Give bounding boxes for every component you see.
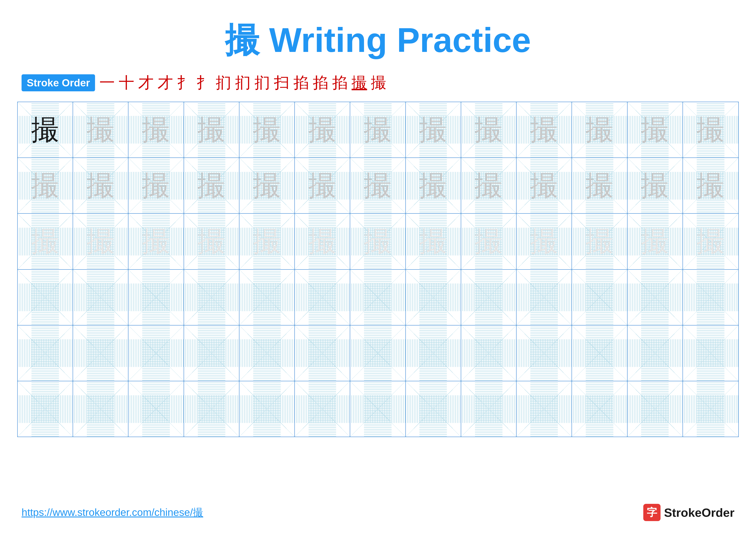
cell-5-11[interactable]: [572, 325, 627, 381]
cell-6-4[interactable]: [184, 381, 239, 437]
cell-6-10[interactable]: [517, 381, 572, 437]
cell-5-4[interactable]: [184, 325, 239, 381]
cell-4-10[interactable]: [517, 270, 572, 325]
stroke-1: 一: [99, 72, 115, 93]
grid-row-3: 撮 撮 撮 撮 撮 撮 撮 撮 撮 撮 撮 撮 撮: [18, 214, 738, 269]
cell-5-5[interactable]: [239, 325, 295, 381]
title-text: 撮 Writing Practice: [225, 21, 531, 59]
cell-1-5[interactable]: 撮: [239, 102, 295, 158]
stroke-sequence: 一 十 才 才 扌 扌 扪 扪 扪 扫 掐 掐 掐 撮 撮: [99, 72, 387, 93]
cell-4-2[interactable]: [73, 270, 128, 325]
cell-4-11[interactable]: [572, 270, 627, 325]
cell-2-7[interactable]: 撮: [350, 158, 406, 213]
cell-4-5[interactable]: [239, 270, 295, 325]
cell-4-3[interactable]: [128, 270, 184, 325]
cell-1-13[interactable]: 撮: [683, 102, 738, 158]
cell-4-9[interactable]: [461, 270, 517, 325]
cell-6-8[interactable]: [406, 381, 461, 437]
cell-3-10[interactable]: 撮: [517, 214, 572, 269]
cell-2-4[interactable]: 撮: [184, 158, 239, 213]
cell-5-12[interactable]: [628, 325, 683, 381]
cell-2-1[interactable]: 撮: [18, 158, 73, 213]
char-guide: 撮: [641, 167, 669, 205]
cell-1-4[interactable]: 撮: [184, 102, 239, 158]
char-guide: 撮: [309, 222, 337, 261]
char-guide: 撮: [253, 167, 281, 205]
cell-5-8[interactable]: [406, 325, 461, 381]
cell-4-8[interactable]: [406, 270, 461, 325]
cell-2-5[interactable]: 撮: [239, 158, 295, 213]
cell-3-13[interactable]: 撮: [683, 214, 738, 269]
cell-3-4[interactable]: 撮: [184, 214, 239, 269]
cell-1-8[interactable]: 撮: [406, 102, 461, 158]
cell-4-13[interactable]: [683, 270, 738, 325]
cell-2-3[interactable]: 撮: [128, 158, 184, 213]
footer-url[interactable]: https://www.strokeorder.com/chinese/撮: [21, 506, 203, 519]
cell-3-6[interactable]: 撮: [295, 214, 350, 269]
cell-5-3[interactable]: [128, 325, 184, 381]
cell-1-6[interactable]: 撮: [295, 102, 350, 158]
cell-2-13[interactable]: 撮: [683, 158, 738, 213]
cell-6-13[interactable]: [683, 381, 738, 437]
cell-3-2[interactable]: 撮: [73, 214, 128, 269]
cell-1-10[interactable]: 撮: [517, 102, 572, 158]
char-guide: 撮: [696, 111, 724, 149]
footer-logo: 字 StrokeOrder: [643, 504, 735, 521]
cell-2-8[interactable]: 撮: [406, 158, 461, 213]
cell-3-5[interactable]: 撮: [239, 214, 295, 269]
cell-5-1[interactable]: [18, 325, 73, 381]
cell-2-12[interactable]: 撮: [628, 158, 683, 213]
stroke-2: 十: [119, 72, 134, 93]
cell-1-7[interactable]: 撮: [350, 102, 406, 158]
cell-5-10[interactable]: [517, 325, 572, 381]
cell-1-9[interactable]: 撮: [461, 102, 517, 158]
char-guide: 撮: [419, 222, 447, 261]
cell-3-8[interactable]: 撮: [406, 214, 461, 269]
stroke-8: 扪: [235, 72, 251, 93]
cell-3-11[interactable]: 撮: [572, 214, 627, 269]
cell-3-1[interactable]: 撮: [18, 214, 73, 269]
cell-3-3[interactable]: 撮: [128, 214, 184, 269]
cell-4-6[interactable]: [295, 270, 350, 325]
cell-6-9[interactable]: [461, 381, 517, 437]
cell-1-11[interactable]: 撮: [572, 102, 627, 158]
cell-2-6[interactable]: 撮: [295, 158, 350, 213]
cell-6-1[interactable]: [18, 381, 73, 437]
cell-3-12[interactable]: 撮: [628, 214, 683, 269]
cell-2-11[interactable]: 撮: [572, 158, 627, 213]
cell-1-3[interactable]: 撮: [128, 102, 184, 158]
cell-2-10[interactable]: 撮: [517, 158, 572, 213]
cell-1-12[interactable]: 撮: [628, 102, 683, 158]
cell-6-12[interactable]: [628, 381, 683, 437]
cell-4-12[interactable]: [628, 270, 683, 325]
cell-5-6[interactable]: [295, 325, 350, 381]
cell-4-7[interactable]: [350, 270, 406, 325]
cell-5-13[interactable]: [683, 325, 738, 381]
cell-6-5[interactable]: [239, 381, 295, 437]
cell-4-4[interactable]: [184, 270, 239, 325]
char-guide: 撮: [31, 222, 59, 261]
stroke-12: 掐: [313, 72, 328, 93]
cell-1-2[interactable]: 撮: [73, 102, 128, 158]
cell-6-3[interactable]: [128, 381, 184, 437]
cell-4-1[interactable]: [18, 270, 73, 325]
cell-5-9[interactable]: [461, 325, 517, 381]
cell-3-9[interactable]: 撮: [461, 214, 517, 269]
stroke-13: 掐: [332, 72, 348, 93]
cell-6-11[interactable]: [572, 381, 627, 437]
char-guide: 撮: [474, 222, 502, 261]
cell-6-7[interactable]: [350, 381, 406, 437]
cell-3-7[interactable]: 撮: [350, 214, 406, 269]
cell-1-1[interactable]: 撮: [18, 102, 73, 158]
cell-5-7[interactable]: [350, 325, 406, 381]
char-guide: 撮: [198, 111, 226, 149]
char-guide: 撮: [585, 167, 613, 205]
cell-2-9[interactable]: 撮: [461, 158, 517, 213]
char-guide: 撮: [641, 111, 669, 149]
cell-5-2[interactable]: [73, 325, 128, 381]
cell-6-2[interactable]: [73, 381, 128, 437]
char-guide: 撮: [309, 111, 337, 149]
cell-6-6[interactable]: [295, 381, 350, 437]
cell-2-2[interactable]: 撮: [73, 158, 128, 213]
char-guide: 撮: [142, 222, 170, 261]
